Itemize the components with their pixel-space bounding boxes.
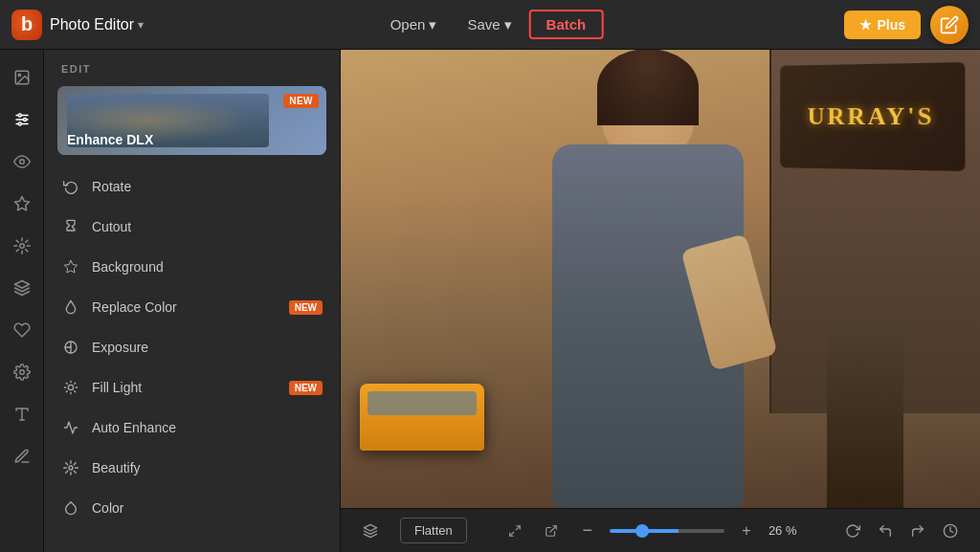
svg-point-5 bbox=[18, 114, 21, 117]
zoom-controls: − + 26 % bbox=[475, 517, 831, 545]
sidebar-item-heart[interactable] bbox=[6, 314, 38, 346]
bg-person bbox=[827, 317, 903, 508]
refresh-icon bbox=[845, 523, 860, 539]
enhance-card[interactable]: NEW Enhance DLX bbox=[57, 86, 326, 155]
undo-button[interactable] bbox=[871, 517, 900, 545]
title-chevron: ▾ bbox=[138, 18, 144, 32]
layers-button[interactable] bbox=[356, 517, 385, 545]
undo-icon bbox=[878, 523, 893, 539]
app-title: Photo Editor bbox=[50, 16, 134, 33]
edit-panel-title: EDIT bbox=[44, 50, 340, 82]
toolbar-right bbox=[838, 517, 965, 545]
image-icon bbox=[13, 69, 31, 86]
svg-point-10 bbox=[19, 244, 24, 249]
expand-button[interactable] bbox=[537, 517, 566, 545]
menu-item-color[interactable]: Color bbox=[44, 488, 340, 528]
link-out-icon bbox=[545, 524, 558, 538]
history-button[interactable] bbox=[936, 517, 965, 545]
enhance-new-badge: NEW bbox=[283, 94, 319, 108]
layers-icon bbox=[13, 279, 31, 297]
sidebar-item-image[interactable] bbox=[6, 61, 38, 94]
header: b Photo Editor ▾ Open ▾ Save ▾ Batch ★ P… bbox=[0, 0, 980, 50]
auto-enhance-icon bbox=[61, 418, 80, 437]
draw-icon bbox=[13, 448, 31, 465]
replace-color-icon bbox=[61, 298, 80, 317]
sidebar-item-draw[interactable] bbox=[6, 440, 38, 473]
taxi bbox=[360, 384, 484, 451]
eye-icon bbox=[13, 153, 31, 170]
zoom-out-button[interactable] bbox=[501, 517, 529, 545]
beautify-icon bbox=[61, 458, 80, 477]
main-layout: EDIT NEW Enhance DLX Rotate bbox=[0, 50, 980, 552]
svg-point-6 bbox=[23, 119, 26, 121]
svg-point-8 bbox=[19, 160, 24, 165]
svg-line-22 bbox=[550, 525, 556, 531]
redo-button[interactable] bbox=[903, 517, 932, 545]
menu-beautify-label: Beautify bbox=[92, 460, 323, 475]
menu-item-exposure[interactable]: Exposure bbox=[44, 327, 340, 367]
menu-item-beautify[interactable]: Beautify bbox=[44, 448, 340, 488]
sidebar-item-text[interactable] bbox=[6, 398, 38, 431]
sidebar-item-sliders[interactable] bbox=[6, 103, 38, 136]
expand-icon bbox=[508, 524, 522, 538]
menu-background-label: Background bbox=[92, 259, 323, 275]
bottom-toolbar: Flatten − + 26 % bbox=[341, 508, 980, 552]
rotate-icon bbox=[61, 177, 80, 196]
menu-item-cutout[interactable]: Cutout bbox=[44, 207, 340, 247]
sidebar-item-eye[interactable] bbox=[6, 145, 38, 178]
canvas-image[interactable]: URRAY'S bbox=[341, 50, 980, 508]
background-icon bbox=[61, 257, 80, 276]
sliders-icon bbox=[13, 111, 31, 128]
layers-tb-icon bbox=[363, 523, 378, 539]
cutout-icon bbox=[61, 217, 80, 236]
menu-color-label: Color bbox=[92, 500, 323, 516]
svg-marker-11 bbox=[14, 281, 29, 289]
effects-icon bbox=[13, 237, 31, 254]
sidebar-item-effects[interactable] bbox=[6, 230, 38, 262]
person bbox=[523, 50, 772, 508]
zoom-slider[interactable] bbox=[610, 529, 724, 533]
sidebar-item-star[interactable] bbox=[6, 188, 38, 220]
flatten-button[interactable]: Flatten bbox=[400, 518, 467, 543]
svg-marker-19 bbox=[364, 524, 376, 531]
save-button[interactable]: Save ▾ bbox=[454, 11, 524, 39]
svg-marker-15 bbox=[64, 260, 77, 273]
menu-item-replace-color[interactable]: Replace Color NEW bbox=[44, 287, 340, 327]
batch-button[interactable]: Batch bbox=[529, 10, 604, 39]
edit-panel: EDIT NEW Enhance DLX Rotate bbox=[44, 50, 341, 552]
svg-point-18 bbox=[69, 466, 73, 470]
exposure-icon bbox=[61, 338, 80, 357]
text-icon bbox=[13, 406, 31, 423]
plus-button[interactable]: ★ Plus bbox=[844, 11, 921, 39]
menu-item-auto-enhance[interactable]: Auto Enhance bbox=[44, 408, 340, 448]
menu-fill-light-label: Fill Light bbox=[92, 380, 278, 395]
history-icon bbox=[943, 523, 958, 539]
svg-point-7 bbox=[18, 122, 21, 125]
menu-item-fill-light[interactable]: Fill Light NEW bbox=[44, 367, 340, 408]
settings-icon bbox=[13, 364, 31, 381]
edit-icon-button[interactable] bbox=[930, 6, 969, 44]
color-icon bbox=[61, 498, 80, 518]
menu-cutout-label: Cutout bbox=[92, 219, 323, 234]
refresh-button[interactable] bbox=[838, 517, 867, 545]
sidebar-item-layers[interactable] bbox=[6, 272, 38, 304]
sidebar-item-settings[interactable] bbox=[6, 356, 38, 388]
replace-color-badge: NEW bbox=[289, 300, 323, 315]
plus-zoom-button[interactable]: + bbox=[732, 517, 761, 545]
svg-point-17 bbox=[68, 385, 73, 389]
app-logo: b bbox=[11, 10, 42, 40]
svg-line-21 bbox=[510, 532, 514, 536]
open-button[interactable]: Open ▾ bbox=[377, 11, 451, 39]
heart-icon bbox=[13, 321, 31, 339]
menu-auto-enhance-label: Auto Enhance bbox=[92, 420, 323, 435]
minus-button[interactable]: − bbox=[573, 517, 602, 545]
menu-item-rotate[interactable]: Rotate bbox=[44, 166, 340, 207]
menu-item-background[interactable]: Background bbox=[44, 247, 340, 287]
icon-bar bbox=[0, 50, 44, 552]
nav-buttons: Open ▾ Save ▾ Batch bbox=[377, 10, 604, 39]
enhance-card-label: Enhance DLX bbox=[67, 132, 153, 147]
svg-point-1 bbox=[18, 74, 20, 76]
svg-line-20 bbox=[516, 525, 520, 529]
pencil-icon bbox=[940, 15, 959, 34]
svg-point-12 bbox=[19, 370, 24, 375]
